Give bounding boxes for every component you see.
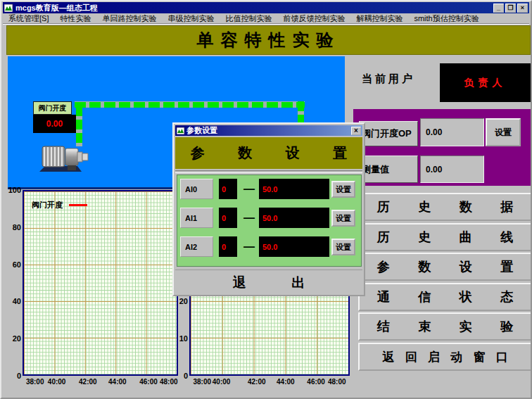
ai2-row: AI2 0 — 50.0 设置 xyxy=(177,236,361,257)
ai2-label: AI2 xyxy=(180,236,213,257)
left-chart-y-axis: 100 80 60 40 20 0 xyxy=(3,190,21,376)
dialog-banner-text: 参 数 设 置 xyxy=(191,144,348,163)
ai0-label: AI0 xyxy=(180,179,213,199)
ai1-row: AI1 0 — 50.0 设置 xyxy=(177,208,361,228)
pipe-horizontal xyxy=(75,101,305,108)
ai0-high-input[interactable]: 50.0 xyxy=(259,179,329,199)
range-dash: — xyxy=(241,236,257,257)
dialog-titlebar[interactable]: 参数设置 × xyxy=(175,125,362,136)
page-title-banner: 单容特性实验 xyxy=(6,25,531,55)
end-experiment-button[interactable]: 结 束 实 验 xyxy=(358,312,532,341)
y-tick: 0 xyxy=(184,372,188,380)
ai0-row: AI0 0 — 50.0 设置 xyxy=(177,179,361,199)
ai2-high-input[interactable]: 50.0 xyxy=(259,236,329,257)
dialog-close-icon[interactable]: × xyxy=(351,127,361,135)
mcgs-main-window: mcgs教育版—组态工程 _ ❐ × 系统管理[S] 特性实验 单回路控制实验 … xyxy=(0,0,532,399)
range-dash: — xyxy=(241,179,257,199)
mcgs-logo-icon xyxy=(4,4,13,12)
parameter-settings-dialog: 参数设置 × 参 数 设 置 AI0 0 — 50.0 设置 AI1 0 — 5… xyxy=(172,122,365,296)
ai1-low-input[interactable]: 0 xyxy=(219,208,237,228)
ai1-label: AI1 xyxy=(180,208,213,228)
x-tick: 40:00 xyxy=(48,378,66,386)
dialog-title: 参数设置 xyxy=(186,125,217,136)
menu-decoupling-exp[interactable]: 解耦控制实验 xyxy=(350,13,408,24)
range-dash: — xyxy=(241,208,257,228)
pump-icon xyxy=(37,139,89,173)
valve-op-set-button[interactable]: 设置 xyxy=(486,118,521,146)
x-tick: 38:00 xyxy=(193,378,211,386)
x-tick: 46:00 xyxy=(139,378,158,386)
measurement-display: 0.00 xyxy=(420,156,484,183)
current-user-label: 当前用户 xyxy=(362,72,415,86)
current-user-value: 负责人 xyxy=(440,63,531,102)
ai0-low-input[interactable]: 0 xyxy=(219,179,237,199)
legend-line-red xyxy=(69,204,87,206)
x-tick: 40:00 xyxy=(213,378,231,386)
y-tick: 0 xyxy=(17,372,21,380)
mcgs-logo-icon xyxy=(177,127,184,134)
menu-bar: 系统管理[S] 特性实验 单回路控制实验 串级控制实验 比值控制实验 前馈反馈控… xyxy=(3,13,529,24)
history-curve-button[interactable]: 历 史 曲 线 xyxy=(358,223,532,251)
legend-label: 阀门开度 xyxy=(32,200,63,210)
x-tick: 48:00 xyxy=(160,378,178,386)
ai1-high-input[interactable]: 50.0 xyxy=(259,208,329,228)
page-title: 单容特性实验 xyxy=(197,29,341,51)
window-title: mcgs教育版—组态工程 xyxy=(15,3,98,13)
history-data-button[interactable]: 历 史 数 据 xyxy=(358,193,532,221)
menu-single-loop-exp[interactable]: 单回路控制实验 xyxy=(96,13,162,24)
menu-system-management[interactable]: 系统管理[S] xyxy=(3,13,54,24)
x-tick: 44:00 xyxy=(277,378,295,386)
op-panel: 阀门开度OP 0.00 设置 测量值 0.00 xyxy=(353,109,531,186)
menu-smith-exp[interactable]: smith预估控制实验 xyxy=(408,13,484,24)
y-tick: 10 xyxy=(179,334,188,343)
y-tick: 100 xyxy=(8,186,21,194)
x-tick: 46:00 xyxy=(307,378,325,386)
left-chart-x-axis: 38:00 40:00 42:00 44:00 46:00 48:00 xyxy=(23,378,178,388)
parameter-set-button[interactable]: 参 数 设 置 xyxy=(358,253,532,281)
y-tick: 80 xyxy=(13,223,21,232)
x-tick: 48:00 xyxy=(328,378,346,386)
dialog-banner: 参 数 设 置 xyxy=(175,137,362,169)
y-tick: 20 xyxy=(179,297,188,305)
dialog-ai-area: AI0 0 — 50.0 设置 AI1 0 — 50.0 设置 AI2 0 — … xyxy=(177,175,362,267)
ai1-set-button[interactable]: 设置 xyxy=(331,210,355,227)
comm-status-button[interactable]: 通 信 状 态 xyxy=(358,283,532,311)
ai2-low-input[interactable]: 0 xyxy=(219,236,237,257)
measurement-label: 测量值 xyxy=(359,156,418,183)
x-tick: 42:00 xyxy=(248,378,266,386)
x-tick: 38:00 xyxy=(26,378,44,386)
y-tick: 20 xyxy=(13,334,21,343)
dialog-separator xyxy=(175,170,362,173)
right-chart-x-axis: 38:00 40:00 42:00 44:00 46:00 48:00 xyxy=(189,378,350,388)
ai0-set-button[interactable]: 设置 xyxy=(331,181,355,198)
return-startup-button[interactable]: 返 回 启 动 窗 口 xyxy=(358,343,532,371)
y-tick: 40 xyxy=(13,297,21,305)
window-titlebar[interactable]: mcgs教育版—组态工程 _ ❐ × xyxy=(3,2,529,13)
menu-characteristic-exp[interactable]: 特性实验 xyxy=(54,13,96,24)
ai2-set-button[interactable]: 设置 xyxy=(331,239,355,255)
valve-trend-chart: 阀门开度 xyxy=(23,190,178,376)
dialog-exit-button[interactable]: 退 出 xyxy=(175,270,362,295)
menu-ratio-exp[interactable]: 比值控制实验 xyxy=(220,13,277,24)
y-tick: 60 xyxy=(13,260,21,269)
x-tick: 42:00 xyxy=(79,378,97,386)
valve-op-input[interactable]: 0.00 xyxy=(420,118,484,146)
minimize-icon[interactable]: _ xyxy=(493,4,504,13)
restore-icon[interactable]: ❐ xyxy=(505,4,516,13)
close-icon[interactable]: × xyxy=(517,4,528,13)
valve-opening-label: 阀门开度 xyxy=(33,101,72,115)
menu-feedforward-exp[interactable]: 前馈反馈控制实验 xyxy=(277,13,350,24)
valve-opening-display: 0.00 xyxy=(33,115,76,133)
x-tick: 44:00 xyxy=(108,378,127,386)
menu-cascade-exp[interactable]: 串级控制实验 xyxy=(162,13,220,24)
valve-op-label: 阀门开度OP xyxy=(359,121,418,146)
chart-legend: 阀门开度 xyxy=(32,200,87,210)
